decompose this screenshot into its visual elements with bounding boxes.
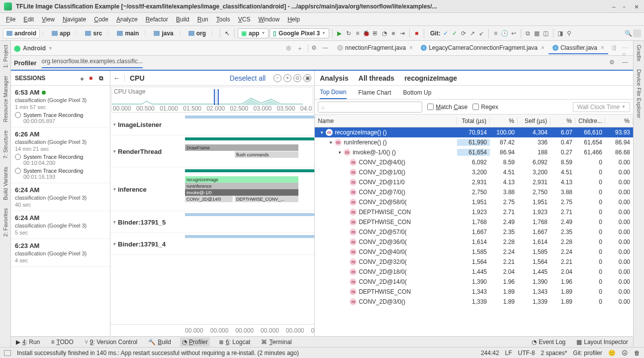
view-tab-Top Down[interactable]: Top Down	[320, 86, 346, 99]
view-tab-Bottom Up[interactable]: Bottom Up	[403, 87, 432, 99]
bottom-tab-TODO[interactable]: ≡TODO	[49, 338, 75, 347]
rerun-icon[interactable]: ↻	[345, 29, 353, 37]
analysis-tab-recognizeImage[interactable]: recognizeImage	[404, 72, 457, 84]
status-encoding[interactable]: UTF-8	[518, 350, 535, 357]
pin-icon[interactable]: ⇶	[611, 44, 619, 52]
menu-file[interactable]: File	[2, 14, 19, 24]
menu-edit[interactable]: Edit	[19, 14, 38, 24]
session-item[interactable]: 6:23 AMclassification (Google Pixel 3)4 …	[11, 239, 110, 267]
profiler-minimize-icon[interactable]: —	[622, 59, 630, 67]
call-row[interactable]: mCONV_2D@18/0(1,4452.041,4452.0400.00	[315, 267, 633, 277]
zoom-out-icon[interactable]: −	[274, 74, 281, 82]
call-row[interactable]: mDEPTHWISE_CON1,7682.491,7682.4900.00	[315, 217, 633, 227]
git-action-3-icon[interactable]: ↗	[468, 29, 476, 37]
thread-RenderThread[interactable]: ▾RenderThreadDrawFrameflush commands	[110, 135, 314, 167]
menu-tools[interactable]: Tools	[212, 14, 234, 24]
target-icon[interactable]: ◎	[286, 44, 294, 52]
git-action-0-icon[interactable]: ✓	[442, 29, 450, 37]
call-tree-body[interactable]: ▼mrecognizeImage() ()70,914100.004,3046.…	[315, 127, 633, 336]
run-config-combo[interactable]: ▣app ▼	[238, 28, 269, 38]
avatar-icon[interactable]	[633, 29, 641, 37]
status-caret[interactable]: 244:42	[481, 350, 499, 357]
call-row[interactable]: ▼mrecognizeImage() ()70,914100.004,3046.…	[315, 127, 633, 137]
time-mode-combo[interactable]: Wall Clock Time▼	[573, 102, 631, 112]
crumb-app[interactable]: app	[49, 29, 73, 38]
git-action-11-icon[interactable]: ◨	[556, 29, 564, 37]
status-lf[interactable]: LF	[505, 350, 512, 357]
bottom-tab-4: Run[interactable]: ▶4: Run	[14, 338, 42, 347]
tab-Classifier.java[interactable]: cClassifier.java×	[549, 42, 608, 54]
thread-inference[interactable]: ▾inferencerecognizeImagerunInferenceinvo…	[110, 167, 314, 211]
call-row[interactable]: mCONV_2D@14/0(1,3901.961,3901.9600.00	[315, 277, 633, 287]
git-action-7-icon[interactable]: ↩	[510, 29, 518, 37]
zoom-in-icon[interactable]: +	[283, 74, 291, 82]
minimize-icon[interactable]: —	[322, 44, 330, 52]
memory-indicator-icon[interactable]: 🗑	[634, 350, 640, 357]
session-item[interactable]: 6:24 AMclassification (Google Pixel 3)5 …	[11, 211, 110, 239]
col-total[interactable]: Total (µs)	[457, 118, 490, 124]
zoom-sel-icon[interactable]: ▣	[303, 74, 311, 82]
menu-build[interactable]: Build	[172, 14, 193, 24]
minimize-button[interactable]: –	[612, 3, 618, 9]
call-row[interactable]: mCONV_2D@32/0(1,5642.211,5642.2100.00	[315, 257, 633, 267]
git-action-4-icon[interactable]: ↙	[477, 29, 485, 37]
crumb-org[interactable]: org	[185, 29, 209, 38]
col-children[interactable]: Childre...	[575, 118, 605, 124]
cpu-usage-chart[interactable]: CPU Usage 00.00000.50001.00001.50002.000…	[111, 87, 313, 113]
session-item[interactable]: 6:24 AMclassification (Google Pixel 3)40…	[11, 183, 110, 211]
session-item[interactable]: 6:26 AMclassification (Google Pixel 3)14…	[11, 127, 110, 183]
regex-checkbox[interactable]: Regex	[472, 104, 498, 111]
session-item[interactable]: 6:53 AMclassification (Google Pixel 3)1 …	[11, 86, 110, 127]
crumb-src[interactable]: src	[82, 29, 105, 38]
close-tab-icon[interactable]: ×	[541, 44, 545, 51]
stop-session-icon[interactable]: ■	[89, 75, 96, 82]
threads-list[interactable]: ▾ImageListener▾RenderThreadDrawFrameflus…	[110, 114, 314, 324]
layers-icon[interactable]: ≡	[354, 29, 362, 37]
call-row[interactable]: ▼mrunInference() ()61,99087.423360.4761,…	[315, 137, 633, 147]
menu-window[interactable]: Window	[254, 14, 283, 24]
side-resource-manager[interactable]: Resource Manager	[1, 72, 9, 126]
project-view-selector[interactable]: ⬤Android ▼	[14, 45, 53, 52]
crumb-java[interactable]: java	[151, 29, 176, 38]
side-gradle[interactable]: Gradle	[635, 41, 643, 65]
more-tabs-icon[interactable]: ⋯≡	[622, 44, 630, 52]
col-self-pct[interactable]: %	[551, 118, 575, 124]
bottom-tab-9: Version Control[interactable]: ⑂9: Version Control	[83, 338, 139, 347]
bottom-tab-Profiler[interactable]: ◔Profiler	[180, 338, 210, 347]
col-self[interactable]: Self (µs)	[518, 118, 551, 124]
col-children-pct[interactable]: %	[605, 118, 633, 124]
call-row[interactable]: mCONV_2D@57/0(1,6672.351,6672.3500.00	[315, 227, 633, 237]
back-button[interactable]: ←	[113, 74, 120, 82]
deselect-all-link[interactable]: Deselect all	[230, 74, 266, 82]
thread-ImageListener[interactable]: ▾ImageListener	[110, 114, 314, 135]
layout-inspector-tab[interactable]: ▦Layout Inspector	[574, 338, 630, 347]
search-everywhere-icon[interactable]: 🔍	[624, 29, 632, 37]
debug-icon[interactable]: 🐞	[363, 29, 370, 37]
git-action-1-icon[interactable]: ✓	[451, 29, 459, 37]
run-icon[interactable]: ▶	[336, 29, 344, 37]
thread-Binder:13791_4[interactable]: ▾Binder:13791_4	[110, 233, 314, 255]
search-input[interactable]: ⌕	[318, 102, 422, 113]
git-action-9-icon[interactable]: ▦	[533, 29, 541, 37]
maximize-button[interactable]: ▫	[623, 3, 629, 9]
side-build-variants[interactable]: Build Variants	[1, 163, 9, 204]
close-button[interactable]: ✕	[634, 3, 640, 9]
git-action-6-icon[interactable]: 🕓	[501, 29, 509, 37]
menu-analyze[interactable]: Analyze	[112, 14, 142, 24]
call-row[interactable]: mCONV_2D@7/0()2,7503.882,7503.8800.00	[315, 187, 633, 197]
add-session-icon[interactable]: ＋	[79, 75, 86, 82]
call-row[interactable]: mCONV_2D@1/0()3,2004.513,2004.5100.00	[315, 167, 633, 177]
event-log-tab[interactable]: ◔Event Log	[530, 338, 567, 347]
side-device-file-explorer[interactable]: Device File Explorer	[635, 65, 643, 122]
plus-icon[interactable]: ＋	[297, 44, 305, 52]
match-case-checkbox[interactable]: Match Case	[427, 104, 467, 111]
col-name[interactable]: Name	[315, 118, 457, 124]
tab-nnectionFragment.java[interactable]: cnnectionFragment.java×	[333, 42, 417, 54]
call-row[interactable]: mCONV_2D@3/0()1,3391.891,3391.8900.00	[315, 297, 633, 307]
side-7-structure[interactable]: 7: Structure	[1, 126, 9, 163]
inspection-frown-icon[interactable]: ☹	[622, 350, 628, 357]
status-indent[interactable]: 2 spaces*	[541, 350, 567, 357]
menu-navigate[interactable]: Navigate	[59, 14, 90, 24]
coverage-icon[interactable]: ⛨	[371, 29, 379, 37]
analysis-tab-All threads[interactable]: All threads	[359, 72, 394, 84]
